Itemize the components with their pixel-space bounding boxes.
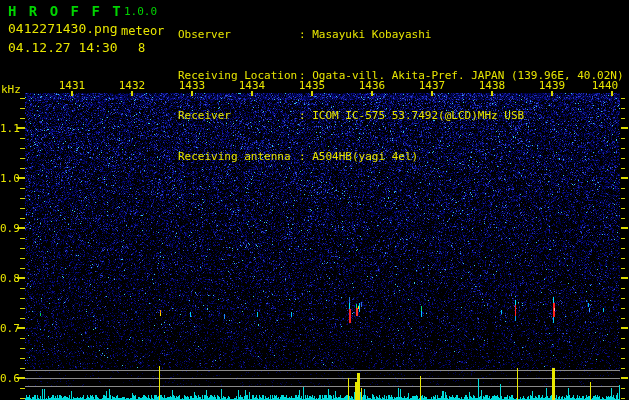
output-filename: 0412271430.png	[8, 21, 118, 36]
header-info-block: Observer: Masayuki Kobayashi Receiving L…	[178, 1, 628, 190]
info-row-receiver: Receiver: ICOM IC-575 53.7492(@LCD)MHz U…	[178, 109, 628, 123]
time-tick-label: 1439	[530, 79, 574, 92]
info-row-observer: Observer: Masayuki Kobayashi	[178, 28, 628, 42]
info-colon: :	[299, 28, 312, 42]
app-title: H R O F F T	[8, 3, 123, 19]
frequency-tick-label: 1.0	[0, 172, 17, 185]
time-tick-label: 1435	[290, 79, 334, 92]
info-colon: :	[299, 109, 312, 123]
time-tick-label: 1432	[110, 79, 154, 92]
time-tick-label: 1431	[50, 79, 94, 92]
info-value: ICOM IC-575 53.7492(@LCD)MHz USB	[312, 109, 524, 123]
info-label: Receiver	[178, 109, 299, 123]
meteor-count: 8	[138, 41, 145, 55]
time-tick-label: 1440	[583, 79, 627, 92]
info-value: A504HB(yagi 4el)	[312, 150, 418, 164]
time-tick-label: 1437	[410, 79, 454, 92]
frequency-tick-label: 0.7	[0, 322, 17, 335]
time-tick-label: 1436	[350, 79, 394, 92]
frequency-tick-label: 0.6	[0, 372, 17, 385]
app-version: 1.0.0	[124, 5, 157, 18]
hrofft-screen: H R O F F T 1.0.0 0412271430.png meteor …	[0, 0, 629, 400]
time-tick-label: 1434	[230, 79, 274, 92]
info-label: Observer	[178, 28, 299, 42]
time-tick-label: 1433	[170, 79, 214, 92]
frequency-axis-unit-label: kHz	[1, 83, 21, 96]
frequency-tick-label: 1.1	[0, 122, 17, 135]
time-tick-label: 1438	[470, 79, 514, 92]
info-row-antenna: Receiving antenna: A504HB(yagi 4el)	[178, 150, 628, 164]
info-colon: :	[299, 150, 312, 164]
mode-label: meteor	[121, 24, 164, 38]
frequency-tick-label: 0.9	[0, 222, 17, 235]
info-value: Masayuki Kobayashi	[312, 28, 431, 42]
frequency-tick-label: 0.8	[0, 272, 17, 285]
info-label: Receiving antenna	[178, 150, 299, 164]
observation-datetime: 04.12.27 14:30	[8, 40, 118, 55]
